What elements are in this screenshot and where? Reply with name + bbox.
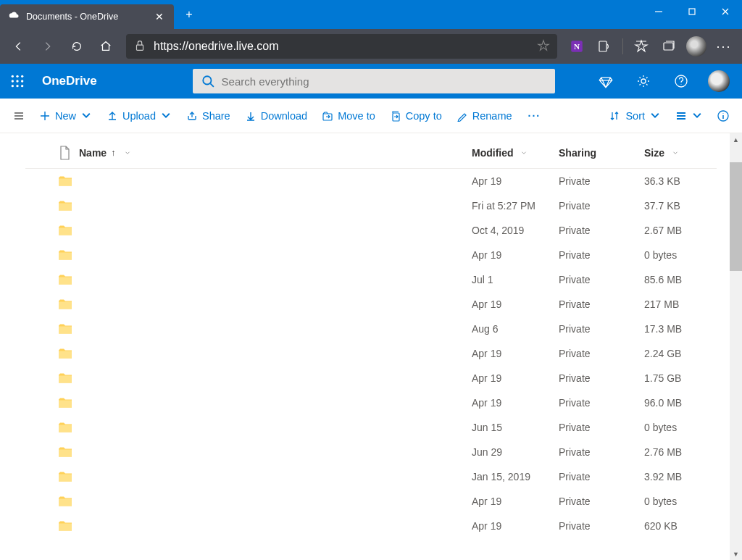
column-header-sharing[interactable]: Sharing [559,147,644,159]
onenote-extension-icon[interactable] [564,34,589,59]
chevron-down-icon [80,110,92,122]
new-button[interactable]: New [33,104,98,128]
sort-icon [609,110,621,122]
info-icon [717,110,729,122]
table-row[interactable]: Apr 19Private2.24 GB [25,341,717,366]
settings-gear-icon[interactable] [629,67,658,96]
item-sharing: Private [559,348,644,359]
collections-icon[interactable] [656,34,681,59]
column-header-name[interactable]: Name ↑ [79,147,472,159]
scrollbar-thumb[interactable] [730,162,742,271]
folder-icon [59,250,79,260]
upload-label: Upload [122,110,156,122]
app-launcher-icon[interactable] [9,72,26,90]
item-sharing: Private [559,372,644,384]
table-row[interactable]: Jun 15Private0 bytes [25,415,717,440]
chevron-down-icon[interactable] [520,149,528,156]
item-modified: Apr 19 [472,348,559,359]
copy-to-button[interactable]: Copy to [384,104,448,128]
download-button[interactable]: Download [239,104,314,128]
menu-more-icon[interactable]: ··· [712,34,736,59]
item-sharing: Private [559,471,644,482]
item-size: 37.7 KB [644,200,717,212]
chevron-down-icon[interactable] [672,149,679,156]
name-header-label: Name [79,147,107,159]
file-type-icon[interactable] [59,146,79,160]
premium-icon[interactable] [591,67,620,96]
column-header-modified[interactable]: Modified [472,147,559,159]
item-modified: Jun 15 [472,422,559,433]
scrollbar[interactable]: ▲ ▼ [730,133,742,560]
tab-title: Documents - OneDrive [26,12,148,22]
back-button[interactable] [6,33,32,59]
column-header-size[interactable]: Size [644,147,717,159]
browser-titlebar: Documents - OneDrive ✕ + [0,0,742,29]
share-button[interactable]: Share [180,104,236,128]
item-modified: Apr 19 [472,496,559,507]
refresh-button[interactable] [64,33,90,59]
tab-close-icon[interactable]: ✕ [154,11,165,22]
scroll-down-button[interactable]: ▼ [730,548,742,560]
table-row[interactable]: Jul 1Private85.6 MB [25,267,717,292]
item-sharing: Private [559,422,644,433]
table-row[interactable]: Apr 19Private217 MB [25,292,717,317]
search-box[interactable] [193,69,555,93]
window-minimize-button[interactable] [642,0,675,23]
search-input[interactable] [222,75,546,88]
table-row[interactable]: Aug 6Private17.3 MB [25,317,717,341]
item-modified: Aug 6 [472,323,559,335]
window-maximize-button[interactable] [675,0,709,23]
folder-icon [59,201,79,211]
address-field[interactable]: https://onedrive.live.com [126,34,557,59]
browser-tab[interactable]: Documents - OneDrive ✕ [0,4,174,29]
item-size: 2.67 MB [644,225,717,236]
table-row[interactable]: Jun 29Private2.76 MB [25,440,717,464]
item-sharing: Private [559,175,644,187]
folder-icon [59,398,79,408]
item-modified: Apr 19 [472,175,559,187]
move-to-button[interactable]: Move to [316,104,381,128]
table-row[interactable]: Apr 19Private0 bytes [25,243,717,267]
window-close-button[interactable] [709,0,742,23]
folder-icon [59,521,79,531]
item-modified: Jan 15, 2019 [472,471,559,482]
view-options-button[interactable] [670,104,709,128]
lock-icon [133,39,146,54]
scroll-up-button[interactable]: ▲ [730,133,742,146]
account-avatar[interactable] [704,67,733,96]
chevron-down-icon[interactable] [124,149,131,156]
search-icon [201,75,214,88]
table-row[interactable]: Apr 19Private1.75 GB [25,366,717,390]
rename-button[interactable]: Rename [451,104,518,128]
overflow-menu-button[interactable]: ··· [521,110,549,122]
home-button[interactable] [93,33,119,59]
table-row[interactable]: Fri at 5:27 PMPrivate37.7 KB [25,193,717,218]
help-icon[interactable] [667,67,696,96]
item-size: 217 MB [644,298,717,310]
copy-to-icon [390,110,401,122]
favorite-star-icon[interactable] [537,39,550,54]
profile-avatar[interactable] [684,34,709,59]
favorites-icon[interactable] [629,34,654,59]
forward-button[interactable] [35,33,61,59]
reading-view-icon[interactable] [592,34,617,59]
sort-button[interactable]: Sort [604,104,667,128]
table-row[interactable]: Oct 4, 2019Private2.67 MB [25,218,717,243]
item-modified: Jul 1 [472,274,559,285]
new-tab-button[interactable]: + [178,4,200,25]
file-list-area: Name ↑ Modified Sharing Size Apr 19Priva… [0,133,742,560]
svg-rect-20 [689,9,695,14]
table-row[interactable]: Jan 15, 2019Private3.92 MB [25,464,717,489]
table-row[interactable]: Apr 19Private0 bytes [25,489,717,514]
table-row[interactable]: Apr 19Private36.3 KB [25,169,717,193]
sort-label: Sort [625,110,645,122]
onedrive-brand[interactable]: OneDrive [42,74,97,88]
item-modified: Apr 19 [472,372,559,384]
table-row[interactable]: Apr 19Private620 KB [25,514,717,538]
item-size: 1.75 GB [644,372,717,384]
move-to-icon [322,110,333,122]
nav-toggle-button[interactable] [7,104,30,128]
info-pane-button[interactable] [712,104,735,128]
table-row[interactable]: Apr 19Private96.0 MB [25,390,717,415]
upload-button[interactable]: Upload [101,104,178,128]
